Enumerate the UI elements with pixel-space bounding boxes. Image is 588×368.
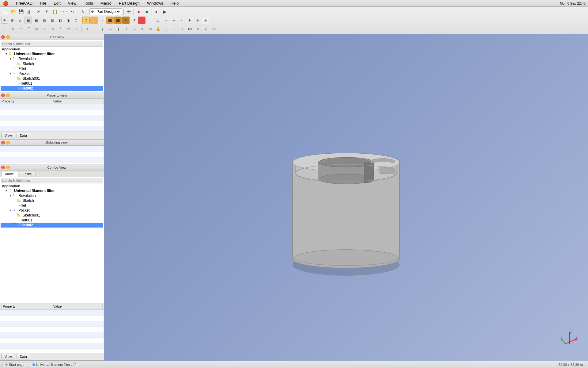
- menu-tools[interactable]: Tools: [83, 1, 94, 6]
- attach-sketch-button[interactable]: ↗: [98, 17, 106, 24]
- tree-item-sketch001[interactable]: 📐 Sketch001: [1, 76, 103, 81]
- coincident-button[interactable]: ⊙: [83, 25, 90, 33]
- thickness-button[interactable]: ▱: [162, 17, 169, 24]
- horizontal-button[interactable]: —: [107, 25, 114, 33]
- undo-button[interactable]: ↩: [61, 8, 69, 15]
- dist-button[interactable]: ⟺: [187, 25, 194, 33]
- linear-pattern-button[interactable]: ≡: [178, 17, 185, 24]
- combo-item-sketch001[interactable]: 📐 Sketch001: [1, 213, 103, 218]
- perpendicular-button[interactable]: ⊥: [123, 25, 130, 33]
- left-view-button[interactable]: ◧: [56, 17, 64, 24]
- open-button[interactable]: 📂: [9, 8, 17, 15]
- cut-button[interactable]: ✂: [35, 8, 43, 15]
- radius-button[interactable]: ⌀: [194, 25, 202, 33]
- horiz-dist-button[interactable]: ↔: [171, 25, 178, 33]
- tree-item-sketch[interactable]: 📐 Sketch: [1, 61, 103, 66]
- angle-button[interactable]: ∠: [202, 25, 210, 33]
- fillet-pd-button[interactable]: ⌒: [138, 17, 145, 24]
- tree-view-close-button[interactable]: [1, 35, 5, 39]
- menu-windows[interactable]: Windows: [146, 1, 164, 6]
- arc-button[interactable]: ◠: [17, 25, 24, 33]
- tree-item-pocket[interactable]: ▼ ↧ Pocket: [1, 71, 103, 76]
- front-view-button[interactable]: ▦: [24, 17, 32, 24]
- point-on-button[interactable]: ⊹: [91, 25, 98, 33]
- top-view-button[interactable]: ▤: [40, 17, 48, 24]
- bottom-view-button[interactable]: ▥: [48, 17, 56, 24]
- pad-button[interactable]: ⬛: [106, 17, 114, 24]
- block-button[interactable]: ⬜: [163, 25, 170, 33]
- new-sketch-button[interactable]: 📐: [90, 17, 98, 24]
- stdviews-button[interactable]: ⊞: [9, 17, 16, 24]
- mirrored-button[interactable]: ⇔: [170, 17, 177, 24]
- vert-dist-button[interactable]: ↕: [179, 25, 186, 33]
- tree-view-float-button[interactable]: [6, 35, 10, 39]
- equal-button[interactable]: =: [139, 25, 146, 33]
- new-button[interactable]: 📄: [1, 8, 9, 15]
- iso-view-button[interactable]: ⬡: [72, 17, 80, 24]
- tree-item-fillet[interactable]: ⌒ Fillet: [1, 66, 103, 71]
- tree-item-revolution[interactable]: ▼ ↻ Revolution: [1, 56, 103, 61]
- apple-menu[interactable]: 🍎: [2, 0, 9, 6]
- pocket-button[interactable]: ⬛: [114, 17, 122, 24]
- combo-item-fillet001[interactable]: ⌒ Fillet001: [1, 218, 103, 223]
- selection-view-close-button[interactable]: [1, 141, 5, 144]
- tab-model[interactable]: Model: [1, 171, 18, 177]
- groove-button[interactable]: ↺: [130, 17, 138, 24]
- print-button[interactable]: 🖨: [25, 8, 32, 15]
- circle-button[interactable]: ○: [9, 25, 17, 33]
- selection-view-float-button[interactable]: [6, 141, 10, 144]
- menu-view[interactable]: View: [67, 1, 78, 6]
- menu-help[interactable]: Help: [169, 1, 180, 6]
- point-button[interactable]: •: [1, 25, 9, 33]
- menu-partdesign[interactable]: Part Design: [118, 1, 141, 6]
- save-button[interactable]: 💾: [17, 8, 24, 15]
- workbench-selector[interactable]: ⚙ Part Design Part Sketcher FEM: [89, 8, 122, 15]
- vertical-button[interactable]: |: [99, 25, 106, 33]
- statusbar-tab-startpage[interactable]: Start page: [2, 362, 27, 367]
- workbench-dropdown[interactable]: Part Design Part Sketcher FEM: [95, 9, 121, 14]
- polygon-button[interactable]: ⬡: [41, 25, 48, 33]
- snap-button[interactable]: ✛: [125, 8, 132, 15]
- viewport[interactable]: Z X Y: [104, 34, 588, 361]
- view-button[interactable]: View: [1, 133, 15, 138]
- stop-button[interactable]: ■: [143, 8, 150, 15]
- run-button[interactable]: ⏵: [153, 8, 160, 15]
- data-button[interactable]: Data: [17, 133, 30, 138]
- symmetric-button[interactable]: ⇔: [147, 25, 154, 33]
- tree-item-fillet002[interactable]: ⌒ Fillet002: [1, 86, 103, 91]
- tree-item-fillet001[interactable]: ⌒ Fillet001: [1, 81, 103, 86]
- spline-button[interactable]: ∿: [49, 25, 56, 33]
- menu-macro[interactable]: Macro: [99, 1, 113, 6]
- copy-button[interactable]: ⎘: [43, 8, 51, 15]
- redo-button[interactable]: ↪: [69, 8, 77, 15]
- combo-item-fillet[interactable]: ⌒ Fillet: [1, 203, 103, 208]
- play-button[interactable]: ▶: [161, 8, 168, 15]
- property-view-float-button[interactable]: [6, 94, 10, 97]
- combo-item-root[interactable]: ▼ ⬡ Universal filament filter: [1, 188, 103, 193]
- tree-item-root[interactable]: ▼ ⬡ Universal filament filter: [1, 52, 103, 56]
- boolean-button[interactable]: ⊕: [202, 17, 209, 24]
- external-button[interactable]: ⊹: [73, 25, 80, 33]
- combo-item-sketch[interactable]: 📐 Sketch: [1, 198, 103, 203]
- refresh-button[interactable]: ↻: [79, 8, 87, 15]
- new-body-button[interactable]: ⬡: [82, 17, 90, 24]
- combo-view-button[interactable]: View: [1, 354, 15, 359]
- constrain-button[interactable]: ⊡: [210, 25, 218, 33]
- combo-data-button[interactable]: Data: [17, 354, 30, 359]
- chamfer-button[interactable]: ⌒: [146, 17, 153, 24]
- combo-item-pocket[interactable]: ▼ ↧ Pocket: [1, 208, 103, 213]
- back-view-button[interactable]: ▦: [32, 17, 40, 24]
- draft-button[interactable]: △: [154, 17, 161, 24]
- polar-pattern-button[interactable]: ✱: [186, 17, 193, 24]
- lock-button[interactable]: 🔒: [155, 25, 162, 33]
- parallel-button[interactable]: ‖: [115, 25, 122, 33]
- view3d-button[interactable]: 👁: [1, 17, 8, 24]
- home-view-button[interactable]: ⌂: [17, 17, 24, 24]
- statusbar-tab-model[interactable]: Universal filament filter : 1*: [30, 362, 79, 367]
- menu-edit[interactable]: Edit: [52, 1, 62, 6]
- record-button[interactable]: ●: [135, 8, 142, 15]
- combo-view-close-button[interactable]: [1, 166, 5, 169]
- revolution-pd-button[interactable]: ↻: [122, 17, 130, 24]
- multitransform-button[interactable]: ⊛: [194, 17, 201, 24]
- paste-button[interactable]: 📋: [51, 8, 58, 15]
